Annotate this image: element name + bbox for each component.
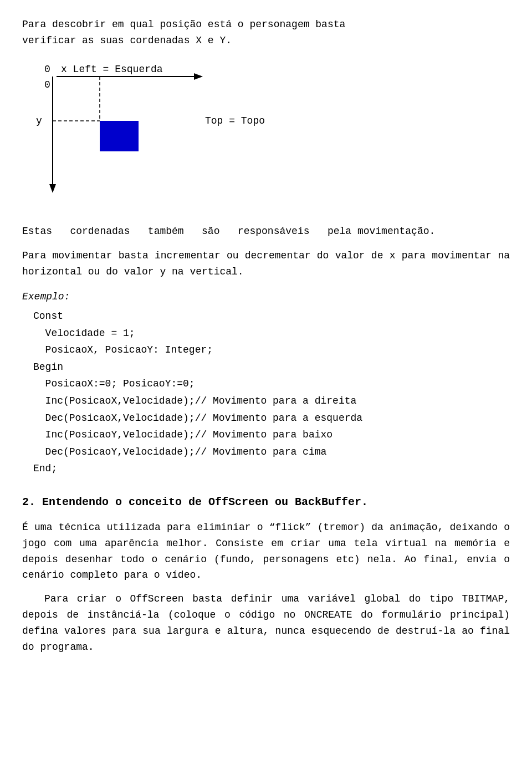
page-content: Para descobrir em qual posição está o pe…: [22, 17, 510, 655]
svg-text:Top = Topo: Top = Topo: [205, 115, 265, 126]
example-label: Exemplo:: [22, 291, 510, 302]
svg-marker-6: [194, 73, 203, 80]
svg-text:y: y: [36, 115, 42, 126]
diagram-desc: Estas cordenadas também são responsáveis…: [22, 226, 435, 237]
section2-para1: É uma técnica utilizada para eliminiar o…: [22, 520, 510, 583]
section2-para1-text: É uma técnica utilizada para eliminiar o…: [22, 522, 510, 580]
svg-rect-10: [100, 121, 139, 151]
code-block: Const Velocidade = 1; PosicaoX, PosicaoY…: [33, 308, 510, 477]
example-italic: Exemplo:: [22, 291, 70, 302]
movement-text: Para movimentar basta incrementar ou dec…: [22, 250, 510, 277]
intro-line2: verificar as suas cordenadas X e Y.: [22, 35, 232, 46]
diagram-description: Estas cordenadas também são responsáveis…: [22, 223, 510, 240]
section2-heading-text: 2. Entendendo o conceito de OffScreen ou…: [22, 496, 368, 508]
svg-text:x Left = Esquerda: x Left = Esquerda: [61, 64, 163, 75]
svg-text:0: 0: [44, 79, 50, 90]
svg-marker-4: [49, 184, 56, 193]
section2-heading: 2. Entendendo o conceito de OffScreen ou…: [22, 494, 510, 511]
coordinate-diagram: 0 x Left = Esquerda 0: [33, 60, 510, 212]
movement-description: Para movimentar basta incrementar ou dec…: [22, 248, 510, 280]
diagram-svg: 0 x Left = Esquerda 0: [33, 60, 344, 210]
svg-text:0: 0: [44, 64, 50, 75]
intro-paragraph: Para descobrir em qual posição está o pe…: [22, 17, 510, 49]
intro-line1: Para descobrir em qual posição está o pe…: [22, 19, 345, 30]
section2-para2: Para criar o OffScreen basta definir uma…: [22, 591, 510, 655]
section2-para2-text: Para criar o OffScreen basta definir uma…: [22, 593, 510, 652]
